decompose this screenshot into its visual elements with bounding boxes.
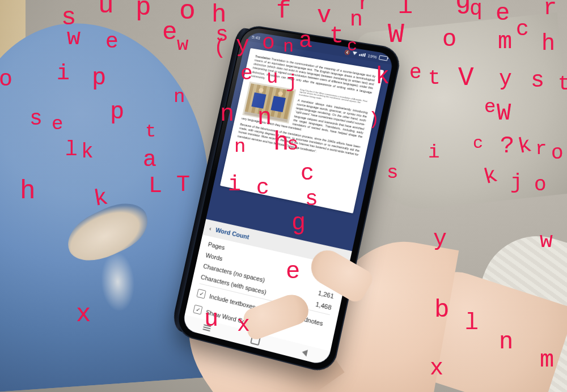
battery-text: 19% xyxy=(367,53,378,59)
stat-label: Words xyxy=(205,252,223,262)
signal-icon xyxy=(359,53,366,57)
background-photo: 5:43 🔇 19% Translation Translation is th… xyxy=(0,0,567,392)
status-time: 5:43 xyxy=(251,34,260,40)
recents-icon[interactable] xyxy=(203,326,211,329)
document-page[interactable]: Translation Translation is the communica… xyxy=(220,48,384,214)
volume-icon: 🔇 xyxy=(344,49,351,55)
stat-value: 1,468 xyxy=(315,301,332,312)
checkbox-icon[interactable]: ✓ xyxy=(193,305,202,315)
stat-value: 1,261 xyxy=(318,289,335,300)
checkbox-icon[interactable]: ✓ xyxy=(196,289,206,299)
battery-icon xyxy=(379,55,388,61)
back-icon[interactable] xyxy=(302,348,308,356)
stat-label: Pages xyxy=(208,241,226,251)
chevron-left-icon[interactable]: ‹ xyxy=(209,225,212,232)
wifi-icon xyxy=(352,52,357,56)
